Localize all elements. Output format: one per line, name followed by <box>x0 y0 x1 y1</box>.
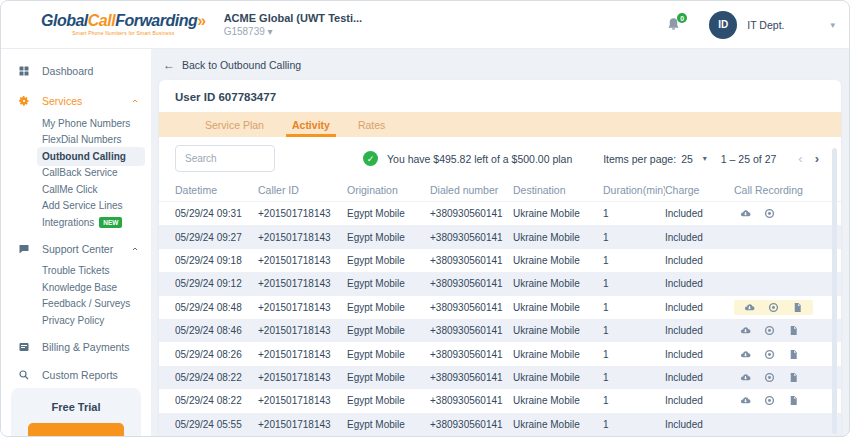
cloud-download-icon[interactable] <box>740 325 751 336</box>
cell-caller-id: +201501718143 <box>258 419 347 430</box>
check-circle-icon: ✓ <box>363 151 378 166</box>
header-datetime: Datetime <box>175 184 258 196</box>
back-link[interactable]: ←Back to Outbound Calling <box>163 58 301 72</box>
cell-duration: 1 <box>603 349 665 360</box>
chat-icon <box>17 242 30 255</box>
cell-destination: Ukraine Mobile <box>513 395 603 406</box>
toolbar: ✓ You have $495.82 left of a $500.00 pla… <box>159 137 841 178</box>
next-page-button[interactable]: › <box>809 151 825 166</box>
avatar[interactable]: ID <box>709 11 737 39</box>
cloud-download-icon[interactable] <box>740 349 751 360</box>
balance-message: You have $495.82 left of a $500.00 plan <box>387 153 572 165</box>
cell-call-recording <box>734 319 841 342</box>
search-input[interactable] <box>175 145 275 172</box>
record-icon[interactable] <box>768 302 779 313</box>
cell-duration: 1 <box>603 325 665 336</box>
cell-datetime: 05/29/24 08:22 <box>175 395 258 406</box>
tab-rates[interactable]: Rates <box>344 112 399 137</box>
sidebar-item-trouble-tickets[interactable]: Trouble Tickets <box>1 263 151 280</box>
tab-bar: Service Plan Activity Rates <box>159 112 841 137</box>
cell-charge: Included <box>665 325 734 336</box>
tab-service-plan[interactable]: Service Plan <box>191 112 278 137</box>
tab-activity[interactable]: Activity <box>278 112 344 137</box>
record-icon[interactable] <box>764 208 775 219</box>
table-row: 05/29/24 08:22 +201501718143 Egypt Mobil… <box>159 366 841 389</box>
sidebar-item-support-center[interactable]: Support Center <box>1 237 151 261</box>
document-icon[interactable] <box>788 395 799 406</box>
brand-arrows-icon: » <box>197 12 205 29</box>
cell-duration: 1 <box>603 302 665 313</box>
cell-charge: Included <box>665 349 734 360</box>
sidebar-item-services[interactable]: Services <box>1 89 151 113</box>
back-arrow-icon: ← <box>163 58 175 72</box>
cell-call-recording <box>734 366 841 389</box>
cell-call-recording <box>734 296 841 319</box>
cell-origination: Egypt Mobile <box>347 302 430 313</box>
sidebar-item-integrations[interactable]: IntegrationsNEW <box>1 214 151 231</box>
cell-datetime: 05/29/24 09:12 <box>175 278 258 289</box>
cell-charge: Included <box>665 208 734 219</box>
topbar-right: 0 ID IT Dept. ▾ <box>666 11 835 39</box>
cell-caller-id: +201501718143 <box>258 208 347 219</box>
table-row: 05/29/24 05:55 +201501718143 Egypt Mobil… <box>159 413 841 436</box>
sidebar-item-my-phone-numbers[interactable]: My Phone Numbers <box>1 115 151 132</box>
user-detail-card: User ID 607783477 Service Plan Activity … <box>159 80 841 437</box>
billing-card-icon <box>17 340 30 353</box>
sidebar-item-custom-reports[interactable]: Custom Reports <box>1 363 151 387</box>
sidebar-item-privacy-policy[interactable]: Privacy Policy <box>1 312 151 329</box>
cloud-download-icon[interactable] <box>740 372 751 383</box>
pagination: Items per page: 25 ▾ 1 – 25 of 27 ‹ › <box>603 151 825 166</box>
document-icon[interactable] <box>788 325 799 336</box>
sidebar-item-callback-service[interactable]: CallBack Service <box>1 165 151 182</box>
table-row: 05/29/24 09:27 +201501718143 Egypt Mobil… <box>159 225 841 248</box>
cell-origination: Egypt Mobile <box>347 255 430 266</box>
cell-datetime: 05/29/24 08:26 <box>175 349 258 360</box>
sidebar-item-dashboard[interactable]: Dashboard <box>1 59 151 83</box>
sidebar-item-billing-payments[interactable]: Billing & Payments <box>1 335 151 359</box>
cell-duration: 1 <box>603 419 665 430</box>
brand-logo[interactable]: GlobalCallForwarding» Smart Phone Number… <box>41 13 206 36</box>
record-icon[interactable] <box>764 395 775 406</box>
cell-destination: Ukraine Mobile <box>513 302 603 313</box>
cell-datetime: 05/29/24 08:22 <box>175 372 258 383</box>
vertical-scrollbar[interactable] <box>832 148 837 434</box>
user-menu-label[interactable]: IT Dept. <box>747 19 784 31</box>
support-submenu: Trouble Tickets Knowledge Base Feedback … <box>1 263 151 329</box>
account-id-dropdown[interactable]: G158739 ▾ <box>224 26 363 37</box>
cloud-download-icon[interactable] <box>740 395 751 406</box>
table-row: 05/29/24 08:22 +201501718143 Egypt Mobil… <box>159 389 841 412</box>
sidebar-item-callme-click[interactable]: CallMe Click <box>1 181 151 198</box>
sidebar-item-outbound-calling[interactable]: Outbound Calling <box>1 148 151 165</box>
record-icon[interactable] <box>764 372 775 383</box>
recording-icon-group <box>734 300 813 315</box>
prev-page-button[interactable]: ‹ <box>792 151 808 166</box>
topbar: GlobalCallForwarding» Smart Phone Number… <box>1 1 849 49</box>
document-icon[interactable] <box>788 349 799 360</box>
cell-call-recording <box>734 202 841 225</box>
header-charge: Charge <box>665 184 734 196</box>
back-row: ←Back to Outbound Calling <box>151 49 849 80</box>
cloud-download-icon[interactable] <box>740 208 751 219</box>
free-trial-button[interactable] <box>28 423 124 437</box>
notifications-button[interactable]: 0 <box>666 17 681 32</box>
cell-charge: Included <box>665 372 734 383</box>
brand-logo-text: GlobalCallForwarding» <box>41 13 206 29</box>
document-icon[interactable] <box>788 372 799 383</box>
cell-destination: Ukraine Mobile <box>513 349 603 360</box>
chevron-down-icon[interactable]: ▾ <box>703 154 707 163</box>
document-icon[interactable] <box>792 302 803 313</box>
brand-tagline: Smart Phone Numbers for Smart Business <box>41 31 206 36</box>
record-icon[interactable] <box>764 349 775 360</box>
cloud-download-icon[interactable] <box>744 302 755 313</box>
sidebar-item-feedback-surveys[interactable]: Feedback / Surveys <box>1 296 151 313</box>
items-per-page-select[interactable]: 25 <box>681 153 693 165</box>
sidebar-item-flexdial-numbers[interactable]: FlexDial Numbers <box>1 132 151 149</box>
record-icon[interactable] <box>764 325 775 336</box>
sidebar-item-label: Billing & Payments <box>42 341 130 353</box>
cell-datetime: 05/29/24 09:31 <box>175 208 258 219</box>
page-title: User ID 607783477 <box>159 80 841 112</box>
sidebar-item-knowledge-base[interactable]: Knowledge Base <box>1 279 151 296</box>
chevron-down-icon[interactable]: ▾ <box>830 20 835 30</box>
sidebar-item-add-service-lines[interactable]: Add Service Lines <box>1 198 151 215</box>
cell-duration: 1 <box>603 372 665 383</box>
